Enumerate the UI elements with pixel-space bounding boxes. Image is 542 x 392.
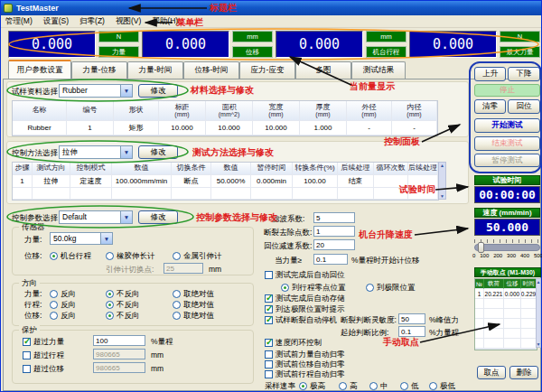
sensor-rubber-ext-radio[interactable] bbox=[106, 252, 114, 260]
method-modify-button[interactable]: 修改 bbox=[138, 145, 178, 159]
sample-rate-option[interactable]: 低 bbox=[411, 381, 419, 392]
auto-save-checkbox[interactable] bbox=[265, 294, 273, 303]
sample-rate-radio-0[interactable] bbox=[299, 382, 307, 390]
direction-option-label[interactable]: 取绝对值 bbox=[183, 311, 214, 322]
return-limit-label[interactable]: 到极限位置 bbox=[377, 283, 416, 294]
ext-switch-input[interactable] bbox=[164, 263, 203, 274]
end-test-button[interactable]: 结束测试 bbox=[474, 136, 540, 151]
tab-stress-strain[interactable]: 应力-应变 bbox=[239, 61, 295, 79]
sample-rate-radio-4[interactable] bbox=[429, 382, 437, 390]
break-stop-label[interactable]: 试样断裂自动停机 bbox=[276, 315, 337, 326]
direction-force-abs-radio[interactable] bbox=[173, 290, 181, 298]
return-decel-input[interactable] bbox=[313, 239, 355, 250]
scroll-up-icon[interactable]: ▲ bbox=[537, 279, 541, 285]
protect-force-label[interactable]: 超过力量 bbox=[33, 337, 64, 348]
menu-manage[interactable]: 管理(M) bbox=[5, 16, 33, 27]
zero-disp-checkbox[interactable] bbox=[265, 360, 273, 369]
sample-combobox[interactable]: Rubber ▼ bbox=[59, 84, 133, 98]
delete-point-button[interactable]: 删除 bbox=[509, 366, 538, 379]
direction-disp-abs-radio[interactable] bbox=[173, 312, 181, 320]
direction-option-label[interactable]: 不反向 bbox=[117, 311, 140, 322]
sample-rate-option[interactable]: 中 bbox=[380, 381, 388, 392]
protect-stroke-label[interactable]: 超过行程 bbox=[33, 350, 64, 361]
direction-force-noreverse-radio[interactable] bbox=[106, 290, 114, 298]
direction-stroke-noreverse-radio[interactable] bbox=[106, 301, 114, 309]
scroll-down-icon[interactable]: ▼ bbox=[440, 193, 444, 199]
zero-force-checkbox[interactable] bbox=[265, 350, 273, 359]
limit-prompt-label[interactable]: 到达极限位置时提示 bbox=[276, 304, 345, 315]
break-sense-input[interactable] bbox=[398, 313, 425, 324]
speed-slider-thumb[interactable] bbox=[478, 242, 484, 253]
filter-coef-input[interactable] bbox=[313, 212, 355, 223]
direction-disp-noreverse-radio[interactable] bbox=[106, 312, 114, 320]
tab-force-displacement[interactable]: 力量-位移 bbox=[71, 61, 127, 79]
menu-settings[interactable]: 设置(S) bbox=[43, 16, 69, 27]
scroll-up-icon[interactable]: ▲ bbox=[440, 163, 444, 168]
direction-stroke-abs-radio[interactable] bbox=[173, 301, 181, 309]
zero-stroke-checkbox[interactable] bbox=[265, 370, 273, 378]
sample-rate-option[interactable]: 极高 bbox=[310, 381, 325, 392]
sensor-stroke-option[interactable]: 机台行程 bbox=[61, 251, 91, 262]
menu-zero[interactable]: 归零(Z) bbox=[79, 16, 105, 27]
protect-force-checkbox[interactable] bbox=[23, 338, 31, 346]
method-combobox[interactable]: 拉伸 ▼ bbox=[59, 145, 133, 159]
direction-option-label[interactable]: 取绝对值 bbox=[183, 289, 214, 300]
direction-option-label[interactable]: 反向 bbox=[61, 311, 76, 322]
menu-view[interactable]: 视图(V) bbox=[116, 16, 141, 27]
protect-disp-input[interactable] bbox=[93, 362, 145, 373]
sample-rate-radio-1[interactable] bbox=[339, 382, 347, 390]
direction-option-label[interactable]: 反向 bbox=[61, 289, 76, 300]
auto-return-label[interactable]: 测试完成后自动回位 bbox=[276, 270, 345, 281]
auto-return-checkbox[interactable] bbox=[265, 271, 273, 279]
sensor-metal-ext-radio[interactable] bbox=[173, 252, 181, 260]
direction-stroke-reverse-radio[interactable] bbox=[50, 301, 58, 309]
return-zero-radio[interactable] bbox=[281, 284, 289, 292]
direction-disp-reverse-radio[interactable] bbox=[50, 312, 58, 320]
break-stop-checkbox[interactable] bbox=[265, 316, 273, 324]
clear-button[interactable]: 清零 bbox=[474, 99, 506, 114]
tab-force-time[interactable]: 力量-时间 bbox=[127, 61, 183, 79]
stop-button[interactable]: 停止 bbox=[474, 84, 540, 97]
direction-option-label[interactable]: 不反向 bbox=[117, 289, 140, 300]
speed-loop-label[interactable]: 速度闭环控制 bbox=[276, 338, 322, 349]
down-button[interactable]: 下降 bbox=[508, 67, 540, 81]
sensor-stroke-radio[interactable] bbox=[50, 252, 58, 260]
speed-loop-checkbox[interactable] bbox=[265, 339, 273, 347]
params-modify-button[interactable]: 修改 bbox=[138, 210, 178, 224]
params-combobox[interactable]: Default ▼ bbox=[59, 210, 133, 224]
manual-table-scrollbar[interactable]: ▲▼ bbox=[536, 278, 541, 348]
protect-force-input[interactable] bbox=[93, 335, 145, 346]
return-zero-label[interactable]: 到行程零点位置 bbox=[292, 283, 346, 294]
zero-stroke-label[interactable]: 测试前行程自动归零 bbox=[276, 369, 345, 380]
protect-disp-label[interactable]: 超过位移 bbox=[33, 364, 64, 375]
sample-rate-radio-3[interactable] bbox=[400, 382, 408, 390]
direction-option-label[interactable]: 不反向 bbox=[117, 300, 140, 311]
tab-user-params[interactable]: 用户参数设置 bbox=[8, 60, 71, 79]
auto-save-label[interactable]: 测试完成后自动存储 bbox=[276, 294, 345, 304]
sample-rate-option[interactable]: 极低 bbox=[440, 381, 455, 392]
return-button[interactable]: 回位 bbox=[508, 99, 540, 114]
scroll-down-icon[interactable]: ▼ bbox=[537, 341, 541, 347]
sensor-rubber-ext-option[interactable]: 橡胶伸长计 bbox=[117, 251, 155, 262]
direction-option-label[interactable]: 反向 bbox=[61, 300, 76, 311]
tab-test-result[interactable]: 测试结果 bbox=[351, 61, 406, 79]
tab-multi-chart[interactable]: 多图 bbox=[295, 61, 351, 79]
return-limit-radio[interactable] bbox=[366, 284, 374, 292]
sample-rate-option[interactable]: 高 bbox=[350, 381, 358, 392]
sensor-metal-ext-option[interactable]: 金属引伸计 bbox=[183, 251, 222, 262]
protect-disp-checkbox[interactable] bbox=[23, 365, 31, 373]
start-test-button[interactable]: 开始测试 bbox=[474, 118, 540, 133]
direction-option-label[interactable]: 取绝对值 bbox=[183, 300, 214, 311]
limit-prompt-checkbox[interactable] bbox=[265, 305, 273, 313]
method-table-scrollbar[interactable]: ▲▼ bbox=[438, 162, 446, 200]
tab-displacement-time[interactable]: 位移-时间 bbox=[183, 61, 239, 79]
up-button[interactable]: 上升 bbox=[474, 67, 506, 81]
direction-force-reverse-radio[interactable] bbox=[50, 290, 58, 298]
protect-stroke-input[interactable] bbox=[93, 349, 145, 359]
take-point-button[interactable]: 取点 bbox=[477, 366, 506, 379]
menu-help[interactable]: 帮助(H) bbox=[152, 16, 178, 27]
protect-stroke-checkbox[interactable] bbox=[23, 351, 31, 359]
force-threshold-input[interactable] bbox=[313, 254, 348, 265]
sample-rate-radio-2[interactable] bbox=[369, 382, 378, 390]
break-remove-input[interactable] bbox=[313, 226, 355, 237]
